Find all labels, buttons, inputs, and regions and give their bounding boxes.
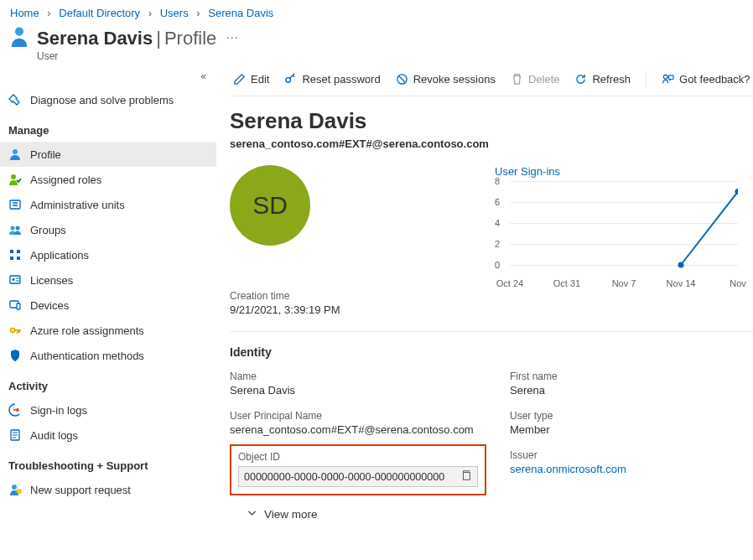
chart-title-link[interactable]: User Sign-ins: [495, 165, 753, 178]
sidebar-item-label: Sign-in logs: [30, 404, 87, 417]
toolbar-label: Edit: [251, 73, 269, 86]
collapse-sidebar-button[interactable]: «: [0, 67, 216, 87]
sidebar-item-devices[interactable]: Devices: [0, 293, 216, 318]
refresh-icon: [574, 73, 587, 86]
chevron-right-icon: ›: [196, 7, 200, 19]
signin-icon: [8, 403, 22, 417]
diagnose-icon: [8, 93, 22, 106]
svg-rect-10: [10, 276, 20, 283]
object-id-highlight: Object ID: [230, 444, 486, 495]
sidebar-item-licenses[interactable]: Licenses: [0, 267, 216, 293]
svg-rect-13: [17, 303, 20, 309]
apps-icon: [8, 248, 22, 262]
reset-password-button[interactable]: Reset password: [284, 73, 380, 86]
breadcrumb: Home › Default Directory › Users › Seren…: [0, 0, 753, 23]
edit-icon: [233, 73, 246, 86]
chevron-right-icon: ›: [148, 7, 152, 19]
toolbar-label: Reset password: [302, 73, 380, 86]
edit-button[interactable]: Edit: [233, 73, 269, 86]
creation-time-label: Creation time: [230, 290, 753, 302]
svg-point-5: [16, 226, 20, 231]
breadcrumb-current[interactable]: Serena Davis: [208, 7, 273, 19]
feedback-button[interactable]: Got feedback?: [662, 73, 750, 86]
refresh-button[interactable]: Refresh: [574, 73, 631, 86]
sidebar-item-signin-logs[interactable]: Sign-in logs: [0, 397, 216, 423]
svg-point-11: [13, 278, 15, 281]
svg-point-1: [13, 149, 18, 154]
sidebar-item-label: Assigned roles: [30, 174, 101, 186]
user-icon: [10, 26, 29, 50]
person-check-icon: [8, 173, 22, 186]
page-title-section: Profile: [164, 28, 216, 49]
revoke-sessions-button[interactable]: Revoke sessions: [396, 73, 496, 86]
sidebar-item-label: Azure role assignments: [30, 324, 144, 337]
audit-icon: [8, 428, 22, 442]
main-content: Edit Reset password Revoke sessions Dele…: [216, 62, 753, 521]
sidebar-item-diagnose[interactable]: Diagnose and solve problems: [0, 87, 216, 112]
breadcrumb-directory[interactable]: Default Directory: [59, 7, 140, 19]
sidebar-item-label: Groups: [30, 224, 66, 236]
sidebar-item-audit-logs[interactable]: Audit logs: [0, 423, 216, 448]
sidebar-item-admin-units[interactable]: Administrative units: [0, 192, 216, 217]
admin-units-icon: [8, 198, 22, 211]
breadcrumb-users[interactable]: Users: [160, 7, 189, 19]
upn-label: User Principal Name: [230, 410, 490, 422]
breadcrumb-home[interactable]: Home: [10, 7, 39, 19]
groups-icon: [8, 223, 22, 236]
signins-chart: User Sign-ins 02468Oct 24Oct 31Nov 7Nov …: [495, 165, 753, 273]
sidebar-item-label: New support request: [30, 484, 131, 496]
toolbar-label: Refresh: [592, 73, 631, 86]
licenses-icon: [8, 273, 22, 287]
svg-point-20: [663, 75, 667, 79]
first-name-value: Serena: [510, 384, 753, 397]
profile-display-name: Serena Davis: [230, 96, 753, 137]
svg-rect-3: [10, 200, 20, 209]
issuer-link[interactable]: serena.onmicrosoft.com: [510, 463, 626, 475]
toolbar-label: Revoke sessions: [413, 73, 496, 86]
sidebar-item-assigned-roles[interactable]: Assigned roles: [0, 167, 216, 192]
upn-value: serena_contoso.com#EXT#@serena.contoso.c…: [230, 423, 490, 436]
chevron-right-icon: ›: [47, 7, 50, 19]
sidebar-heading-troubleshoot: Troubleshooting + Support: [0, 448, 216, 477]
more-actions-button[interactable]: ···: [226, 30, 239, 44]
key-icon: [8, 324, 22, 337]
divider: [230, 331, 753, 332]
object-id-input[interactable]: [244, 471, 460, 483]
sidebar-item-applications[interactable]: Applications: [0, 242, 216, 267]
svg-point-0: [15, 28, 23, 36]
chevron-down-icon: [247, 507, 257, 521]
sidebar-item-azure-roles[interactable]: Azure role assignments: [0, 318, 216, 343]
sidebar-item-new-support[interactable]: New support request: [0, 477, 216, 502]
toolbar-separator: [646, 70, 647, 87]
profile-upn: serena_contoso.com#EXT#@serena.contoso.c…: [230, 137, 753, 165]
name-value: Serena Davis: [230, 384, 490, 397]
sidebar: « Diagnose and solve problems Manage Pro…: [0, 62, 216, 521]
svg-point-22: [678, 262, 684, 268]
toolbar-label: Delete: [528, 73, 560, 86]
name-label: Name: [230, 371, 490, 382]
command-bar: Edit Reset password Revoke sessions Dele…: [230, 62, 753, 96]
page-title-name: Serena Davis: [37, 28, 153, 49]
sidebar-item-label: Devices: [30, 299, 69, 312]
user-type-label: User: [0, 50, 753, 62]
revoke-icon: [396, 73, 408, 86]
svg-rect-17: [17, 490, 21, 493]
devices-icon: [8, 298, 22, 312]
user-type-label: User type: [510, 410, 753, 422]
avatar: SD: [230, 165, 310, 246]
feedback-icon: [662, 73, 674, 86]
svg-rect-7: [17, 250, 20, 253]
user-type-value: Member: [510, 423, 753, 436]
copy-icon[interactable]: [460, 469, 472, 484]
view-more-button[interactable]: View more: [247, 507, 318, 521]
svg-rect-6: [10, 250, 13, 253]
sidebar-item-profile[interactable]: Profile: [0, 142, 216, 167]
sidebar-item-label: Applications: [30, 249, 89, 262]
sidebar-heading-activity: Activity: [0, 368, 216, 397]
svg-point-4: [11, 226, 15, 231]
sidebar-item-groups[interactable]: Groups: [0, 217, 216, 242]
sidebar-item-auth-methods[interactable]: Authentication methods: [0, 343, 216, 368]
svg-rect-9: [17, 257, 20, 260]
key-icon: [284, 73, 297, 86]
delete-button: Delete: [511, 73, 560, 86]
